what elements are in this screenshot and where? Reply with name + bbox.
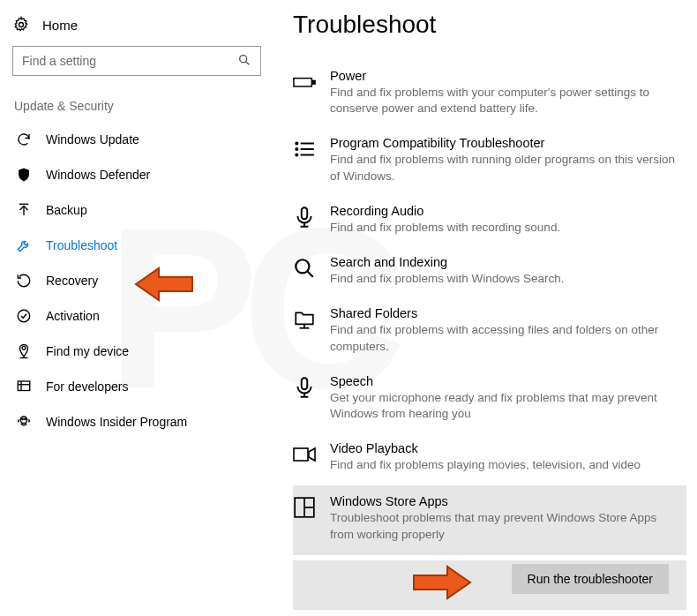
home-button[interactable]: Home bbox=[12, 11, 265, 46]
svg-point-18 bbox=[296, 148, 297, 150]
sync-icon bbox=[16, 131, 32, 147]
svg-point-23 bbox=[296, 259, 309, 273]
nav-label: Windows Insider Program bbox=[46, 415, 187, 429]
location-icon bbox=[16, 343, 32, 359]
nav-label: Backup bbox=[46, 203, 87, 217]
video-icon bbox=[293, 443, 316, 466]
nav-label: Windows Defender bbox=[46, 168, 150, 182]
svg-point-6 bbox=[22, 346, 26, 349]
ts-title: Video Playback bbox=[330, 441, 678, 455]
sidebar-item-backup[interactable]: Backup bbox=[12, 192, 265, 228]
nav-label: Troubleshoot bbox=[46, 238, 117, 252]
svg-rect-28 bbox=[294, 448, 308, 461]
shield-icon bbox=[16, 167, 32, 183]
ts-desc: Find and fix problems with Windows Searc… bbox=[330, 271, 678, 287]
search-input[interactable] bbox=[12, 46, 261, 76]
nav-label: Activation bbox=[46, 309, 100, 323]
search-icon bbox=[237, 53, 251, 70]
developers-icon bbox=[16, 379, 32, 394]
list-icon bbox=[293, 138, 316, 161]
svg-rect-22 bbox=[302, 207, 308, 219]
svg-point-5 bbox=[18, 310, 30, 322]
insider-icon bbox=[16, 414, 32, 430]
ts-title: Windows Store Apps bbox=[330, 494, 667, 508]
microphone-icon bbox=[293, 206, 316, 229]
search-field[interactable] bbox=[22, 54, 237, 68]
microphone-icon bbox=[293, 376, 316, 399]
nav-label: Find my device bbox=[46, 344, 129, 358]
sidebar-item-windows-insider[interactable]: Windows Insider Program bbox=[12, 404, 265, 439]
check-circle-icon bbox=[16, 308, 32, 324]
ts-title: Shared Folders bbox=[330, 306, 678, 320]
run-row: Run the troubleshooter bbox=[293, 560, 686, 610]
sidebar-item-activation[interactable]: Activation bbox=[12, 298, 265, 334]
svg-point-12 bbox=[22, 418, 24, 420]
battery-icon bbox=[293, 71, 316, 94]
ts-title: Recording Audio bbox=[330, 204, 678, 218]
svg-rect-8 bbox=[18, 381, 30, 391]
main-panel: Troubleshoot Power Find and fix problems… bbox=[274, 0, 697, 616]
nav-label: For developers bbox=[46, 379, 128, 394]
nav-label: Windows Update bbox=[46, 132, 139, 146]
ts-title: Speech bbox=[330, 374, 678, 388]
apps-icon bbox=[293, 496, 316, 519]
svg-line-24 bbox=[307, 271, 313, 277]
ts-title: Search and Indexing bbox=[330, 255, 678, 269]
page-title: Troubleshoot bbox=[293, 11, 697, 39]
ts-desc: Find and fix problems with running older… bbox=[330, 152, 678, 184]
svg-point-20 bbox=[296, 154, 297, 156]
ts-desc: Find and fix problems with recording sou… bbox=[330, 220, 678, 236]
svg-point-16 bbox=[296, 143, 297, 145]
svg-line-2 bbox=[246, 61, 250, 64]
folder-network-icon bbox=[293, 308, 316, 331]
sidebar-section-header: Update & Security bbox=[12, 99, 265, 122]
svg-point-13 bbox=[25, 418, 26, 420]
ts-title: Program Compatibility Troubleshooter bbox=[330, 136, 678, 150]
sidebar-item-for-developers[interactable]: For developers bbox=[12, 369, 265, 404]
svg-marker-29 bbox=[309, 448, 315, 461]
wrench-icon bbox=[16, 237, 32, 253]
troubleshooter-power[interactable]: Power Find and fix problems with your co… bbox=[293, 62, 697, 124]
sidebar-item-recovery[interactable]: Recovery bbox=[12, 263, 265, 298]
home-label: Home bbox=[42, 18, 78, 33]
troubleshooter-windows-store-apps[interactable]: Windows Store Apps Troubleshoot problems… bbox=[293, 485, 686, 554]
gear-icon bbox=[12, 16, 30, 34]
troubleshooter-recording-audio[interactable]: Recording Audio Find and fix problems wi… bbox=[293, 197, 697, 243]
troubleshooter-shared-folders[interactable]: Shared Folders Find and fix problems wit… bbox=[293, 299, 697, 361]
troubleshooter-speech[interactable]: Speech Get your microphone ready and fix… bbox=[293, 367, 697, 429]
magnifier-icon bbox=[293, 257, 316, 280]
svg-rect-15 bbox=[312, 80, 315, 84]
troubleshooter-search-indexing[interactable]: Search and Indexing Find and fix problem… bbox=[293, 248, 697, 294]
svg-rect-27 bbox=[302, 378, 308, 389]
sidebar-item-troubleshoot[interactable]: Troubleshoot bbox=[12, 228, 265, 263]
svg-point-1 bbox=[240, 55, 247, 62]
run-troubleshooter-button[interactable]: Run the troubleshooter bbox=[512, 564, 669, 594]
sidebar-item-windows-update[interactable]: Windows Update bbox=[12, 122, 265, 157]
troubleshooter-program-compat[interactable]: Program Compatibility Troubleshooter Fin… bbox=[293, 129, 697, 191]
nav-label: Recovery bbox=[46, 274, 98, 288]
svg-point-0 bbox=[19, 23, 24, 27]
ts-desc: Find and fix problems playing movies, te… bbox=[330, 457, 678, 473]
sidebar: Home Update & Security Windows Update Wi… bbox=[0, 0, 274, 616]
ts-desc: Find and fix problems with accessing fil… bbox=[330, 322, 678, 354]
ts-desc: Troubleshoot problems that may prevent W… bbox=[330, 510, 667, 542]
ts-desc: Find and fix problems with your computer… bbox=[330, 85, 678, 116]
sidebar-item-windows-defender[interactable]: Windows Defender bbox=[12, 157, 265, 192]
sidebar-item-find-my-device[interactable]: Find my device bbox=[12, 334, 265, 369]
ts-title: Power bbox=[330, 69, 678, 83]
troubleshooter-video-playback[interactable]: Video Playback Find and fix problems pla… bbox=[293, 434, 697, 480]
svg-rect-14 bbox=[294, 78, 311, 86]
recovery-icon bbox=[16, 273, 32, 289]
backup-icon bbox=[16, 202, 32, 218]
ts-desc: Get your microphone ready and fix proble… bbox=[330, 390, 678, 422]
